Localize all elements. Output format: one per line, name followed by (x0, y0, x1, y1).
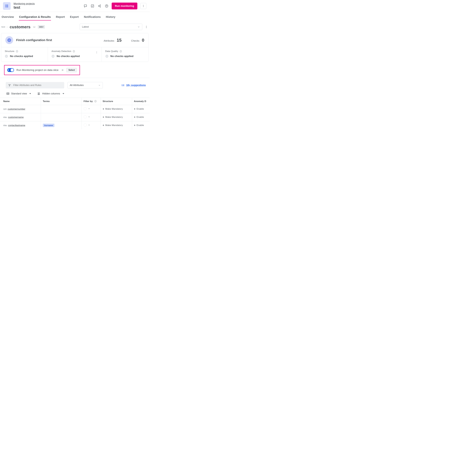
rename-icon[interactable] (33, 26, 36, 28)
attribute-name-link[interactable]: customername (8, 116, 24, 119)
tab-export[interactable]: Export (70, 14, 79, 21)
status-icon-badge (5, 36, 13, 44)
version-select-label: Latest (82, 26, 89, 28)
enable-anomaly-button[interactable]: +Enable (134, 116, 144, 119)
data-slice-label: Run Monitoring project on data slice (17, 69, 59, 72)
columns-visibility-icon (37, 92, 41, 95)
check-cell-status: No checks applied (10, 55, 33, 58)
attribute-scope-select[interactable]: All Attributes (68, 82, 103, 88)
plus-icon: + (134, 116, 136, 119)
breadcrumb-sep-icon: › (7, 26, 8, 28)
terms-cell[interactable]: Surname (41, 121, 82, 129)
data-slice-toggle[interactable] (7, 68, 14, 72)
config-summary-card: Finish configuration first Attributes 15… (1, 33, 149, 62)
col-header-structure[interactable]: Structure (101, 98, 132, 105)
empty-circle-icon (84, 123, 87, 127)
suggestions-link[interactable]: 18+ suggestions (121, 84, 146, 87)
gear-icon (7, 38, 11, 42)
info-icon[interactable] (16, 50, 18, 52)
env-badge: DEV (38, 25, 45, 29)
filter-input[interactable] (13, 84, 62, 87)
enable-anomaly-label: Enable (136, 116, 144, 119)
check-cell-anomaly-detection[interactable]: Anomaly DetectionNo checks applied (48, 47, 102, 62)
col-header-terms[interactable]: Terms (41, 98, 82, 105)
terms-cell[interactable] (41, 113, 82, 121)
help-icon (105, 4, 108, 8)
header-more-button[interactable] (140, 3, 146, 9)
list-icon (5, 4, 9, 8)
attributes-count-label: Attributes (104, 39, 114, 42)
suggestions-text[interactable]: 18+ suggestions (126, 84, 146, 87)
version-select[interactable]: Latest (80, 24, 142, 30)
info-icon[interactable] (119, 50, 122, 52)
col-header-name[interactable]: Name (0, 98, 41, 105)
attribute-scope-label: All Attributes (70, 84, 84, 87)
dots-vertical-icon (95, 51, 98, 54)
item-more-button[interactable] (144, 26, 148, 28)
tab-overview[interactable]: Overview (1, 14, 14, 21)
attribute-type-tag: 123 (3, 108, 7, 110)
plus-icon: + (103, 116, 104, 119)
tab-notifications[interactable]: Notifications (84, 14, 101, 21)
standard-view-button[interactable]: Standard view (6, 92, 32, 95)
tab-report[interactable]: Report (56, 14, 65, 21)
run-monitoring-button[interactable]: Run monitoring (112, 3, 137, 9)
check-cell-structure[interactable]: StructureNo checks applied (1, 47, 48, 62)
table-icon (6, 92, 9, 95)
plus-icon: + (134, 108, 136, 110)
attributes-count-value: 15 (117, 38, 122, 43)
attributes-table: Name Terms Filter by Structure Anomaly D… (0, 98, 150, 129)
breadcrumb-link[interactable]: Monitoring projects (14, 2, 35, 5)
filter-input-wrapper[interactable] (6, 82, 64, 88)
term-chip[interactable]: Surname (43, 124, 54, 127)
check-square-icon (91, 4, 94, 8)
make-mandatory-button[interactable]: +Make Mandatory (103, 108, 123, 110)
project-icon[interactable] (3, 2, 11, 10)
filter-by-selector[interactable] (84, 123, 90, 127)
check-cell-title: Anomaly Detection (51, 50, 71, 53)
data-slice-select-button[interactable]: Select (66, 68, 77, 72)
check-cell-title: Data Quality (105, 50, 118, 53)
check-cell-more-button[interactable] (95, 51, 98, 54)
help-button[interactable] (105, 4, 109, 8)
attribute-type-tag: Abc (3, 124, 7, 127)
caret-down-icon (29, 92, 32, 95)
tabs: OverviewConfiguration & ResultsReportExp… (0, 12, 150, 21)
gear-icon (5, 55, 8, 58)
enable-anomaly-button[interactable]: +Enable (134, 108, 144, 110)
info-icon[interactable] (73, 50, 75, 52)
filter-by-selector[interactable] (84, 107, 90, 110)
share-button[interactable] (98, 4, 102, 8)
checks-count-label: Checks (131, 39, 139, 42)
enable-anomaly-button[interactable]: +Enable (134, 124, 144, 127)
make-mandatory-button[interactable]: +Make Mandatory (103, 116, 123, 119)
col-header-filter-by[interactable]: Filter by (82, 98, 101, 105)
col-header-anomaly[interactable]: Anomaly D (132, 98, 150, 105)
comments-button[interactable] (83, 4, 87, 8)
check-cell-status: No checks applied (57, 55, 80, 58)
chevron-down-icon (88, 124, 90, 126)
check-cell-data-quality[interactable]: Data QualityNo checks applied (102, 47, 149, 62)
hidden-columns-button[interactable]: Hidden columns (37, 92, 65, 95)
filter-by-selector[interactable] (84, 115, 90, 118)
hidden-columns-label: Hidden columns (42, 92, 60, 95)
chevron-down-icon (98, 84, 101, 86)
terms-cell[interactable] (41, 105, 82, 113)
tab-configuration-results[interactable]: Configuration & Results (19, 14, 51, 21)
chevron-down-icon (88, 116, 90, 118)
item-title: customers (10, 25, 30, 29)
tasks-button[interactable] (90, 4, 94, 8)
make-mandatory-button[interactable]: +Make Mandatory (103, 124, 123, 127)
check-all-icon (121, 84, 125, 87)
chevron-down-icon (88, 108, 90, 110)
attribute-name-link[interactable]: contactlastname (8, 124, 25, 127)
breadcrumb-segment[interactable]: test (1, 26, 5, 28)
table-row: 123customernumber+Make Mandatory+Enable (0, 105, 150, 113)
make-mandatory-label: Make Mandatory (105, 108, 123, 110)
info-icon[interactable] (94, 100, 97, 103)
enable-anomaly-label: Enable (136, 108, 144, 110)
attribute-name-link[interactable]: customernumber (8, 108, 25, 110)
funnel-icon (8, 84, 11, 87)
page-title: test (14, 5, 35, 10)
tab-history[interactable]: History (106, 14, 116, 21)
